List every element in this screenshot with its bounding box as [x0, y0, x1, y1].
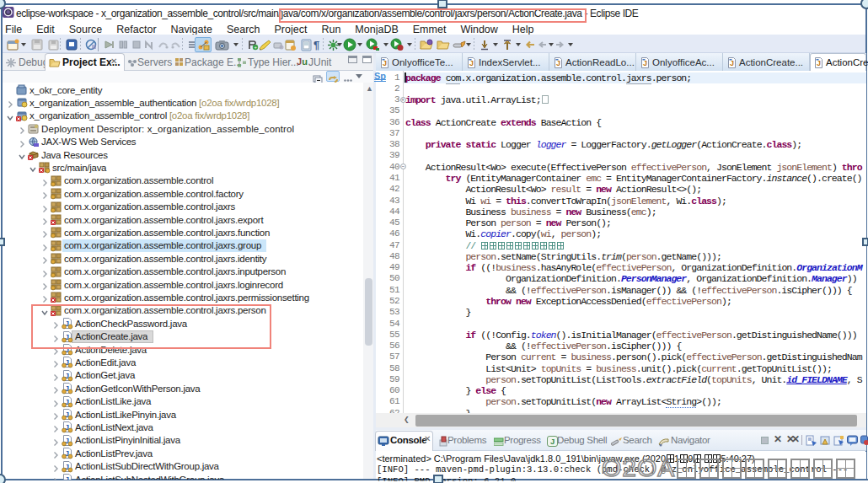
svg-text:J: J: [65, 475, 69, 480]
svg-text:J: J: [550, 437, 555, 446]
svg-text:¶: ¶: [313, 39, 319, 51]
svg-text:+: +: [255, 45, 258, 50]
